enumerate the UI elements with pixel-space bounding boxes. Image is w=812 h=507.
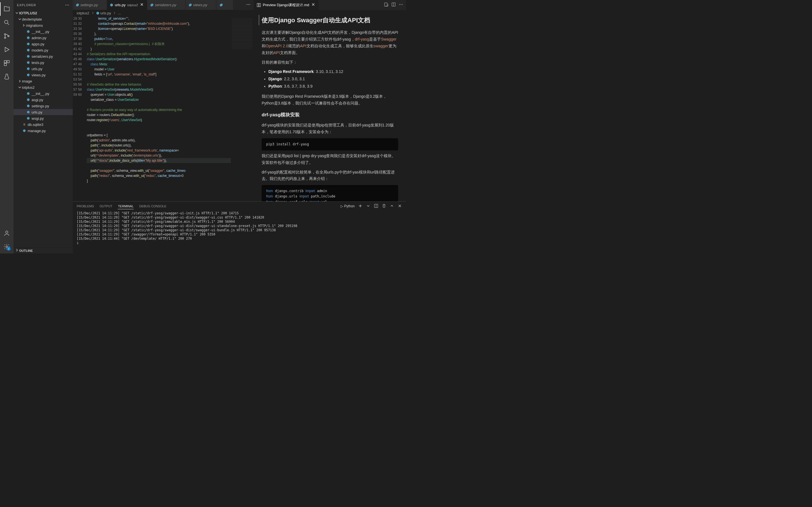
tab-urls.py[interactable]: ⬢urls.pyiotplus2 xyxy=(107,0,147,10)
accounts-icon[interactable] xyxy=(0,226,13,240)
debug-icon[interactable] xyxy=(0,43,13,56)
panel-tab-debug[interactable]: DEBUG CONSOLE xyxy=(139,203,166,209)
panel-tab-problems[interactable]: PROBLEMS xyxy=(77,203,94,209)
split-icon[interactable] xyxy=(391,2,396,8)
svg-point-7 xyxy=(6,231,8,233)
breadcrumb[interactable]: iotplus2 ⬢ urls.py ... xyxy=(73,10,253,16)
svg-point-10 xyxy=(67,4,67,5)
chevron-up-icon[interactable] xyxy=(390,204,394,209)
extensions-icon[interactable] xyxy=(0,56,13,70)
sidebar-header: EXPLORER xyxy=(13,0,73,10)
tab-serializers.py[interactable]: ⬢serializers.py xyxy=(147,0,186,10)
tree-item-views.py[interactable]: ⬢views.py xyxy=(13,72,73,78)
svg-rect-16 xyxy=(259,3,260,7)
preview-pane: Preview Django课程设计.md 使用Django Swagger自动… xyxy=(254,0,406,202)
explorer-icon[interactable] xyxy=(0,2,13,16)
chevron-down-icon[interactable] xyxy=(366,204,370,209)
open-file-icon[interactable] xyxy=(384,2,389,8)
tree-item-asgi.py[interactable]: ⬢asgi.py xyxy=(13,97,73,103)
close-icon[interactable] xyxy=(311,2,315,8)
svg-point-9 xyxy=(65,4,66,5)
tree-root[interactable]: IOTPLUS2 xyxy=(13,10,73,16)
tab-views.py[interactable]: ⬢views.py xyxy=(186,0,216,10)
preview-tab[interactable]: Preview Django课程设计.md xyxy=(254,0,319,10)
tree-item-serializers.py[interactable]: ⬢serializers.py xyxy=(13,53,73,59)
tree-item-apps.py[interactable]: ⬢apps.py xyxy=(13,41,73,47)
tree-item-tests.py[interactable]: ⬢tests.py xyxy=(13,59,73,66)
tab-settings.py[interactable]: ⬢settings.py xyxy=(73,0,107,10)
tab-blank[interactable]: ⬢ xyxy=(216,0,234,10)
code-editor[interactable]: 29 30 31 32 33 34 35 36 37 38 39 40 41 4… xyxy=(73,16,253,202)
code-content[interactable]: terms_of_service="", contact=openapi.Con… xyxy=(87,16,231,202)
bottom-panel: PROBLEMS OUTPUT TERMINAL DEBUG CONSOLE ▷… xyxy=(73,202,406,253)
split-terminal-icon[interactable] xyxy=(374,204,378,209)
terminal-output[interactable]: [15/Dec/2021 14:11:29] "GET /static/drf-… xyxy=(73,211,406,253)
sidebar-title: EXPLORER xyxy=(17,3,36,7)
svg-rect-17 xyxy=(385,3,387,6)
tree-item-__init__.py[interactable]: ⬢__init__.py xyxy=(13,29,73,35)
tree-item-image[interactable]: image xyxy=(13,78,73,84)
source-control-icon[interactable] xyxy=(0,29,13,43)
tree-item-wsgi.py[interactable]: ⬢wsgi.py xyxy=(13,115,73,121)
preview-h1: 使用Django Swagger自动生成API文档 xyxy=(259,15,398,25)
svg-point-20 xyxy=(401,4,401,5)
settings-icon[interactable]: 1 xyxy=(0,240,13,253)
tree-item-migrations[interactable]: migrations xyxy=(13,22,73,29)
panel-tabs: PROBLEMS OUTPUT TERMINAL DEBUG CONSOLE ▷… xyxy=(73,202,406,211)
svg-rect-15 xyxy=(257,3,259,7)
panel-tab-output[interactable]: OUTPUT xyxy=(100,203,112,209)
outline-header[interactable]: OUTLINE xyxy=(13,247,73,253)
svg-point-21 xyxy=(402,4,403,5)
search-icon[interactable] xyxy=(0,16,13,29)
main: ⬢settings.py⬢urls.pyiotplus2⬢serializers… xyxy=(73,0,406,253)
svg-point-13 xyxy=(248,4,249,5)
kernel-indicator[interactable]: ▷ Python xyxy=(341,204,355,208)
tree-item-settings.py[interactable]: ⬢settings.py xyxy=(13,103,73,109)
tree-item-urls.py[interactable]: ⬢urls.py xyxy=(13,66,73,72)
svg-rect-5 xyxy=(7,61,9,63)
new-terminal-icon[interactable] xyxy=(358,204,363,209)
tree-item-db.sqlite3[interactable]: ≡db.sqlite3 xyxy=(13,121,73,128)
minimap[interactable] xyxy=(231,16,253,202)
svg-point-0 xyxy=(4,20,8,24)
svg-rect-6 xyxy=(4,63,6,66)
tree-item-admin.py[interactable]: ⬢admin.py xyxy=(13,35,73,41)
tree-item-models.py[interactable]: ⬢models.py xyxy=(13,47,73,53)
svg-point-12 xyxy=(247,4,247,5)
editor-pane: ⬢settings.py⬢urls.pyiotplus2⬢serializers… xyxy=(73,0,254,202)
tree-item-devtemplate[interactable]: devtemplate xyxy=(13,16,73,22)
sidebar-more-icon[interactable] xyxy=(65,3,69,7)
tree-item-iotplus2[interactable]: iotplus2 xyxy=(13,84,73,91)
file-tree: devtemplatemigrations⬢__init__.py⬢admin.… xyxy=(13,16,73,247)
tree-item-__init__.py[interactable]: ⬢__init__.py xyxy=(13,91,73,97)
trash-icon[interactable] xyxy=(382,204,386,209)
testing-icon[interactable] xyxy=(0,70,13,83)
panel-tab-terminal[interactable]: TERMINAL xyxy=(118,203,134,209)
more-icon[interactable] xyxy=(246,2,251,8)
preview-body[interactable]: 使用Django Swagger自动生成API文档 这次课主要讲解Django自… xyxy=(254,10,406,202)
tree-item-manage.py[interactable]: ⬢manage.py xyxy=(13,128,73,134)
editor-tabs: ⬢settings.py⬢urls.pyiotplus2⬢serializers… xyxy=(73,0,253,10)
activity-bar: 1 xyxy=(0,0,13,253)
tree-item-urls.py[interactable]: ⬢urls.py xyxy=(13,109,73,115)
code-block: from django.contrib import admin from dj… xyxy=(262,185,398,202)
svg-point-19 xyxy=(399,4,400,5)
settings-badge: 1 xyxy=(7,247,11,251)
svg-rect-4 xyxy=(4,61,6,63)
svg-point-11 xyxy=(68,4,69,5)
close-panel-icon[interactable] xyxy=(398,204,402,209)
more-icon[interactable] xyxy=(399,2,403,8)
sidebar: EXPLORER IOTPLUS2 devtemplatemigrations⬢… xyxy=(13,0,73,253)
line-gutter: 29 30 31 32 33 34 35 36 37 38 39 40 41 4… xyxy=(73,16,87,202)
preview-tabs: Preview Django课程设计.md xyxy=(254,0,406,10)
svg-point-1 xyxy=(4,34,6,35)
svg-point-2 xyxy=(4,37,6,39)
svg-point-14 xyxy=(250,4,250,5)
code-block: pip3 install drf-yasg xyxy=(262,138,398,151)
